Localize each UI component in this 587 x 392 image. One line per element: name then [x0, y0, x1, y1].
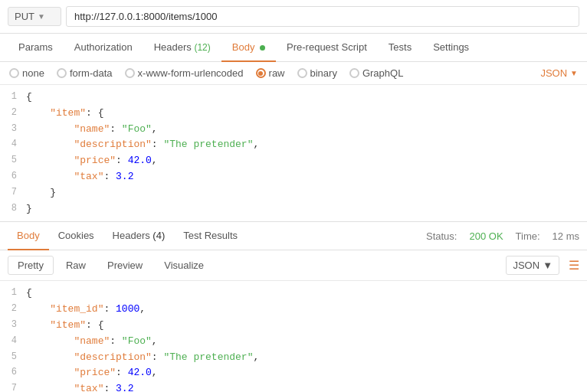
resp-tab-headers[interactable]: Headers (4): [103, 222, 175, 250]
fmt-raw-button[interactable]: Raw: [57, 256, 95, 274]
resp-json-chevron-icon: ▼: [543, 260, 553, 271]
json-format-select[interactable]: JSON ▼: [540, 67, 578, 79]
tab-tests[interactable]: Tests: [378, 34, 422, 62]
fmt-preview-button[interactable]: Preview: [98, 256, 152, 274]
req-line-7: 7 }: [0, 185, 587, 201]
radio-none[interactable]: none: [9, 67, 44, 79]
response-json-format-select[interactable]: JSON ▼: [506, 256, 559, 275]
url-bar: PUT ▼: [0, 0, 587, 34]
req-line-5: 5 "price": 42.0,: [0, 153, 587, 169]
radio-raw-circle: [256, 68, 266, 78]
tab-settings[interactable]: Settings: [422, 34, 480, 62]
resp-line-1: 1 {: [0, 286, 587, 302]
radio-none-circle: [9, 68, 19, 78]
radio-urlencoded[interactable]: x-www-form-urlencoded: [125, 67, 244, 79]
url-input[interactable]: [66, 6, 579, 27]
resp-tab-body[interactable]: Body: [8, 222, 49, 250]
method-label: PUT: [15, 11, 34, 22]
method-select[interactable]: PUT ▼: [8, 7, 61, 26]
req-line-6: 6 "tax": 3.2: [0, 169, 587, 185]
resp-line-3: 3 "item": {: [0, 318, 587, 334]
resp-line-2: 2 "item_id": 1000,: [0, 302, 587, 318]
word-wrap-icon[interactable]: ☰: [569, 258, 579, 273]
req-line-4: 4 "description": "The pretender",: [0, 137, 587, 153]
tab-prerequest[interactable]: Pre-request Script: [276, 34, 378, 62]
req-line-3: 3 "name": "Foo",: [0, 122, 587, 138]
resp-line-4: 4 "name": "Foo",: [0, 334, 587, 350]
tab-body[interactable]: Body: [221, 34, 276, 62]
response-format-bar: Pretty Raw Preview Visualize JSON ▼ ☰: [0, 250, 587, 281]
tab-params[interactable]: Params: [8, 34, 64, 62]
req-line-8: 8 }: [0, 201, 587, 217]
radio-binary-circle: [297, 68, 307, 78]
radio-form-data[interactable]: form-data: [57, 67, 113, 79]
radio-graphql-circle: [349, 68, 359, 78]
radio-formdata-circle: [57, 68, 67, 78]
response-code-editor[interactable]: 1 { 2 "item_id": 1000, 3 "item": { 4 "na…: [0, 281, 587, 392]
request-tabs: Params Authorization Headers (12) Body P…: [0, 34, 587, 62]
tab-headers[interactable]: Headers (12): [143, 34, 221, 62]
radio-raw[interactable]: raw: [256, 67, 285, 79]
response-tabs-bar: Body Cookies Headers (4) Test Results St…: [0, 222, 587, 250]
fmt-visualize-button[interactable]: Visualize: [155, 256, 213, 274]
resp-tab-test-results[interactable]: Test Results: [174, 222, 247, 250]
req-line-2: 2 "item": {: [0, 106, 587, 122]
radio-urlencoded-circle: [125, 68, 135, 78]
request-code-editor[interactable]: 1 { 2 "item": { 3 "name": "Foo", 4 "desc…: [0, 85, 587, 222]
response-status: Status: 200 OK Time: 12 ms: [426, 230, 579, 242]
tab-authorization[interactable]: Authorization: [64, 34, 143, 62]
radio-graphql[interactable]: GraphQL: [349, 67, 403, 79]
radio-binary[interactable]: binary: [297, 67, 337, 79]
method-chevron-icon: ▼: [38, 12, 45, 21]
fmt-pretty-button[interactable]: Pretty: [8, 256, 54, 275]
resp-line-7: 7 "tax": 3.2: [0, 381, 587, 392]
json-chevron-icon: ▼: [570, 69, 578, 77]
resp-tab-cookies[interactable]: Cookies: [49, 222, 103, 250]
resp-line-5: 5 "description": "The pretender",: [0, 350, 587, 366]
req-line-1: 1 {: [0, 90, 587, 106]
resp-line-6: 6 "price": 42.0,: [0, 365, 587, 381]
body-type-bar: none form-data x-www-form-urlencoded raw…: [0, 62, 587, 85]
